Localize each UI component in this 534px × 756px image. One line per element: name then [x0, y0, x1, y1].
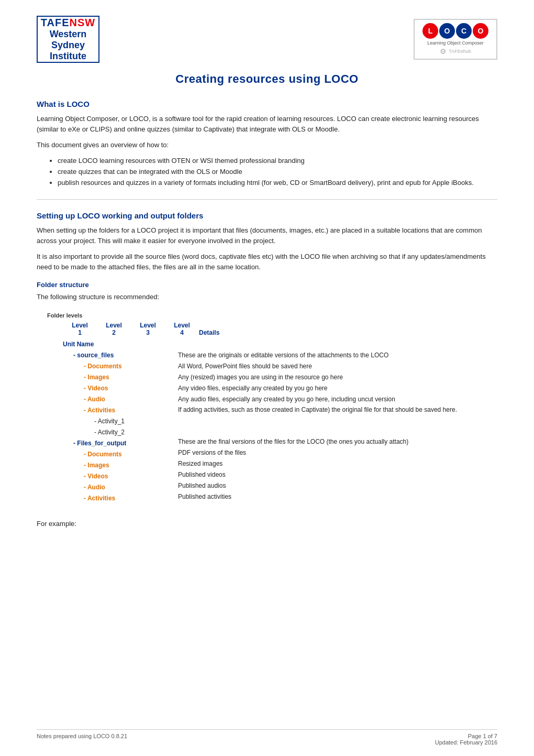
setting-up-para2: It is also important to provide all the …: [37, 251, 497, 272]
unit-name-label: Unit Name: [63, 341, 497, 348]
section-heading-setting-up: Setting up LOCO working and output folde…: [37, 211, 497, 220]
tree-activity-1: - Activity_1: [94, 416, 168, 427]
desc-documents2: PDF versions of the files: [178, 447, 497, 458]
desc-videos: Any video files, especially any created …: [178, 383, 497, 394]
tree-activities2: - Activities: [84, 493, 168, 504]
tree-audio: - Audio: [84, 394, 168, 405]
desc-files-for-output: These are the final versions of the file…: [178, 436, 497, 447]
folder-table: Level 1 Level 2 Level 3 Level 4 Details: [63, 322, 497, 504]
desc-images2: Resized images: [178, 458, 497, 469]
folder-desc-col: These are the originals or editable vers…: [168, 350, 497, 504]
bullet-item-2: create quizzes that can be integrated wi…: [58, 167, 497, 178]
page-header: TAFENSW Western Sydney Institute L O C O…: [37, 16, 497, 63]
folder-structure-intro: The following structure is recommended:: [37, 292, 497, 302]
section-divider: [37, 199, 497, 200]
tree-documents2: - Documents: [84, 449, 168, 460]
col-level3-label: Level: [131, 322, 165, 329]
folder-levels-box: Folder levels Level 1 Level 2 Level 3 Le…: [47, 312, 497, 504]
what-is-loco-para1: Learning Object Composer, or LOCO, is a …: [37, 114, 497, 135]
what-is-loco-para2: This document gives an overview of how t…: [37, 140, 497, 150]
col-level1-num: 1: [63, 329, 97, 336]
folder-content-area: - source_files - Documents - Images - Vi…: [63, 350, 497, 504]
tree-audio2: - Audio: [84, 482, 168, 493]
tafehub-area: ⚙ TAFEehub: [440, 47, 471, 56]
page: TAFENSW Western Sydney Institute L O C O…: [0, 0, 534, 756]
loco-letter-o1: O: [439, 23, 455, 39]
footer-page: Page 1 of 7: [435, 733, 497, 739]
tafehub-label: TAFEehub: [449, 49, 471, 54]
tafe-logo-name: Western Sydney Institute: [41, 29, 95, 61]
loco-brand-text: Learning Object Composer: [427, 40, 484, 46]
footer-right: Page 1 of 7 Updated: February 2016: [435, 733, 497, 746]
footer-updated: Updated: February 2016: [435, 739, 497, 746]
desc-documents: All Word, PowerPoint files should be sav…: [178, 361, 497, 372]
desc-videos2: Published videos: [178, 469, 497, 480]
col-details-label: Details: [199, 329, 219, 336]
footer-left: Notes prepared using LOCO 0.8.21: [37, 733, 127, 746]
desc-activities2: Published activities: [178, 491, 497, 502]
desc-images: Any (resized) images you are using in th…: [178, 372, 497, 383]
for-example-text: For example:: [37, 520, 497, 528]
tree-videos: - Videos: [84, 383, 168, 394]
loco-logo: L O C O Learning Object Composer ⚙ TAFEe…: [414, 19, 497, 60]
tree-source-files: - source_files: [73, 350, 168, 361]
tafe-logo-prefix: TAFENSW: [41, 17, 95, 29]
col-level2-num: 2: [97, 329, 131, 336]
loco-letter-o2: O: [473, 23, 488, 39]
section-heading-what-is-loco: What is LOCO: [37, 100, 497, 108]
folder-structure-heading: Folder structure: [37, 281, 497, 289]
col-level3-num: 3: [131, 329, 165, 336]
col-level4-label: Level: [165, 322, 199, 329]
page-title: Creating resources using LOCO: [37, 72, 497, 86]
what-is-loco-bullets: create LOCO learning resources with OTEN…: [58, 156, 497, 188]
tafehub-gear-icon: ⚙: [440, 47, 447, 56]
folder-tree-col: - source_files - Documents - Images - Vi…: [63, 350, 168, 504]
desc-activities: If adding activities, such as those crea…: [178, 405, 497, 414]
tree-images2: - Images: [84, 460, 168, 471]
bullet-item-1: create LOCO learning resources with OTEN…: [58, 156, 497, 167]
col-level1-label: Level: [63, 322, 97, 329]
bullet-item-3: publish resources and quizzes in a varie…: [58, 178, 497, 189]
tree-activities: - Activities: [84, 405, 168, 416]
tree-images: - Images: [84, 372, 168, 383]
tree-files-for-output: - Files_for_output: [73, 438, 168, 449]
folder-header-row: Level 1 Level 2 Level 3 Level 4 Details: [63, 322, 497, 336]
loco-letter-l: L: [422, 23, 438, 39]
setting-up-para1: When setting up the folders for a LOCO p…: [37, 225, 497, 246]
desc-activity-placeholder-1: [178, 414, 497, 425]
desc-activity-placeholder-2: [178, 425, 497, 436]
tree-videos2: - Videos: [84, 471, 168, 482]
tafe-nsw-label: NSW: [70, 17, 96, 28]
col-level2-label: Level: [97, 322, 131, 329]
loco-letter-c: C: [456, 23, 472, 39]
folder-levels-title: Folder levels: [47, 312, 497, 319]
tree-documents: - Documents: [84, 361, 168, 372]
desc-audio2: Published audios: [178, 480, 497, 491]
col-level4-num: 4: [165, 329, 199, 336]
tree-activity-2: - Activity_2: [94, 427, 168, 438]
tafe-logo: TAFENSW Western Sydney Institute: [37, 16, 99, 63]
desc-audio: Any audio files, especially any created …: [178, 394, 497, 405]
desc-source-files: These are the originals or editable vers…: [178, 350, 497, 361]
page-footer: Notes prepared using LOCO 0.8.21 Page 1 …: [37, 729, 497, 746]
loco-circles: L O C O: [422, 23, 488, 39]
